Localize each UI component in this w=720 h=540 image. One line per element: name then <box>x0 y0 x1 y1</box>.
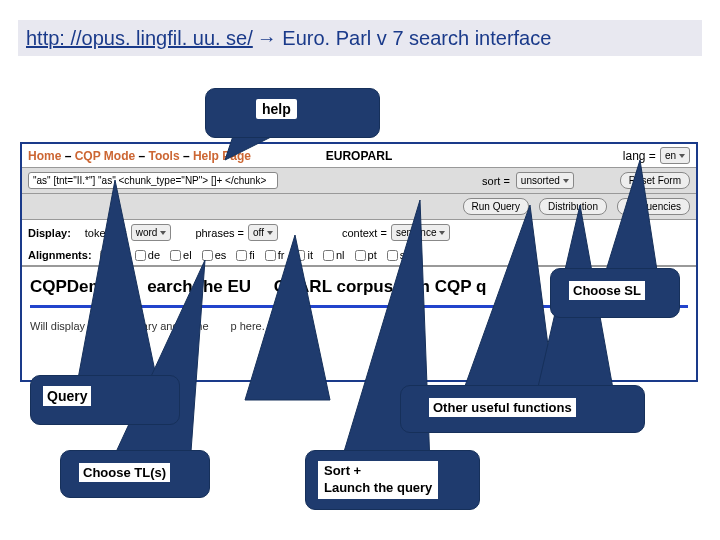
callout-sort-launch: Sort + Launch the query <box>305 450 480 510</box>
align-label-it: it <box>307 249 313 261</box>
nav-links: Home – CQP Mode – Tools – Help Page <box>28 149 251 163</box>
align-checkbox-sv[interactable]: sv <box>387 249 411 261</box>
align-label-es: es <box>215 249 227 261</box>
chevron-down-icon <box>563 179 569 183</box>
alignment-checkboxes: dadeelesfifritnlptsv <box>100 249 411 261</box>
chevron-down-icon <box>267 231 273 235</box>
context-select[interactable]: sentence <box>391 224 451 241</box>
chevron-down-icon <box>160 231 166 235</box>
run-query-button[interactable]: Run Query <box>463 198 529 215</box>
align-checkbox-el[interactable]: el <box>170 249 192 261</box>
align-checkbox-es[interactable]: es <box>202 249 227 261</box>
callout-query: Query <box>30 375 180 425</box>
align-checkbox-fr[interactable]: fr <box>265 249 285 261</box>
title-rest: → Euro. Parl v 7 search interface <box>257 27 552 50</box>
nav-home[interactable]: Home <box>28 149 61 163</box>
tokens-select[interactable]: word <box>131 224 172 241</box>
nav-tools[interactable]: Tools <box>148 149 179 163</box>
checkbox-da[interactable] <box>100 250 111 261</box>
callout-help: help <box>205 88 380 138</box>
align-checkbox-pt[interactable]: pt <box>355 249 377 261</box>
distribution-button[interactable]: Distribution <box>539 198 607 215</box>
checkbox-de[interactable] <box>135 250 146 261</box>
align-label-pt: pt <box>368 249 377 261</box>
align-label-de: de <box>148 249 160 261</box>
tokens-label: tokens = <box>85 227 127 239</box>
callout-other-functions: Other useful functions <box>400 385 645 433</box>
checkbox-fr[interactable] <box>265 250 276 261</box>
nav-help[interactable]: Help Page <box>193 149 251 163</box>
query-input[interactable] <box>28 172 278 189</box>
callout-choose-tl-label: Choose TL(s) <box>79 463 170 482</box>
frequencies-button[interactable]: Frequencies <box>617 198 690 215</box>
lang-area: lang = en <box>623 147 690 164</box>
align-label-nl: nl <box>336 249 345 261</box>
align-label-el: el <box>183 249 192 261</box>
align-label-da: da <box>113 249 125 261</box>
align-checkbox-it[interactable]: it <box>294 249 313 261</box>
align-checkbox-fi[interactable]: fi <box>236 249 255 261</box>
checkbox-nl[interactable] <box>323 250 334 261</box>
callout-choose-sl-label: Choose SL <box>569 281 645 300</box>
align-label-fi: fi <box>249 249 255 261</box>
phrases-label: phrases = <box>195 227 244 239</box>
align-checkbox-de[interactable]: de <box>135 249 160 261</box>
query-row-2: Run Query Distribution Frequencies <box>22 194 696 220</box>
align-checkbox-da[interactable]: da <box>100 249 125 261</box>
display-row: Display: tokens = word phrases = off con… <box>22 220 696 245</box>
chevron-down-icon <box>679 154 685 158</box>
checkbox-pt[interactable] <box>355 250 366 261</box>
checkbox-it[interactable] <box>294 250 305 261</box>
page-title-bar: http: //opus. lingfil. uu. se/ → Euro. P… <box>18 20 702 56</box>
callout-other-label: Other useful functions <box>429 398 576 417</box>
alignments-row: Alignments: dadeelesfifritnlptsv <box>22 245 696 267</box>
chevron-down-icon <box>439 231 445 235</box>
checkbox-el[interactable] <box>170 250 181 261</box>
sort-select[interactable]: unsorted <box>516 172 574 189</box>
align-label-sv: sv <box>400 249 411 261</box>
align-checkbox-nl[interactable]: nl <box>323 249 345 261</box>
checkbox-sv[interactable] <box>387 250 398 261</box>
search-interface: Home – CQP Mode – Tools – Help Page EURO… <box>20 142 698 382</box>
context-label: context = <box>342 227 387 239</box>
corpus-name: EUROPARL <box>326 149 392 163</box>
alignments-label: Alignments: <box>28 249 92 261</box>
callout-query-label: Query <box>43 386 91 406</box>
sort-label: sort = <box>482 175 510 187</box>
callout-sort-label: Sort + Launch the query <box>318 461 438 499</box>
callout-choose-sl: Choose SL <box>550 268 680 318</box>
checkbox-es[interactable] <box>202 250 213 261</box>
phrases-select[interactable]: off <box>248 224 278 241</box>
callout-help-label: help <box>256 99 297 119</box>
lang-label: lang = <box>623 149 656 163</box>
checkbox-fi[interactable] <box>236 250 247 261</box>
lang-select[interactable]: en <box>660 147 690 164</box>
query-row-1: sort = unsorted Reset Form <box>22 168 696 194</box>
align-label-fr: fr <box>278 249 285 261</box>
display-label: Display: <box>28 227 71 239</box>
nav-bar: Home – CQP Mode – Tools – Help Page EURO… <box>22 144 696 168</box>
opus-link[interactable]: http: //opus. lingfil. uu. se/ <box>26 27 253 50</box>
reset-button[interactable]: Reset Form <box>620 172 690 189</box>
nav-cqp[interactable]: CQP Mode <box>75 149 135 163</box>
callout-choose-tl: Choose TL(s) <box>60 450 210 498</box>
